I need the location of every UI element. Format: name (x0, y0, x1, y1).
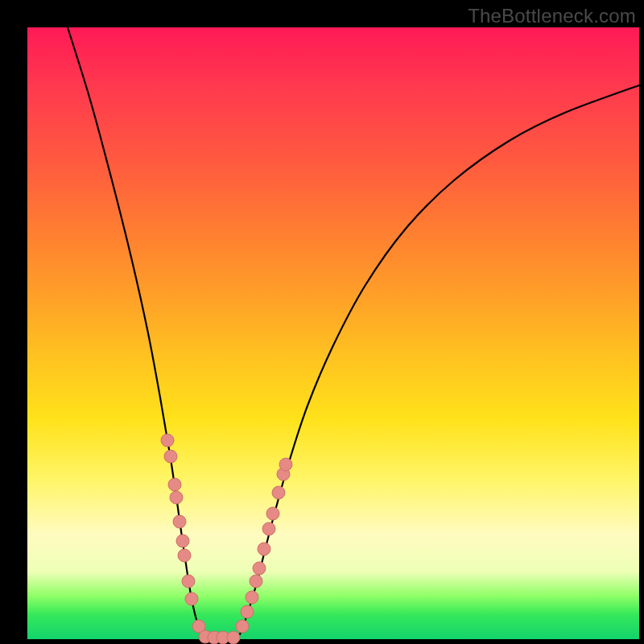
data-marker (182, 575, 195, 588)
bottleneck-curve (68, 27, 639, 639)
data-marker (168, 478, 181, 491)
data-marker (266, 507, 279, 520)
data-marker (176, 535, 189, 547)
data-marker (241, 605, 254, 618)
data-marker (272, 486, 285, 499)
plot-area (27, 27, 639, 639)
data-marker (164, 450, 177, 463)
data-marker (170, 491, 183, 504)
curve-svg (27, 27, 639, 639)
data-marker (246, 591, 258, 604)
data-marker (258, 543, 270, 555)
marker-group (161, 434, 292, 644)
data-marker (250, 575, 262, 588)
data-marker (279, 458, 292, 471)
data-marker (185, 592, 198, 605)
watermark-text: TheBottleneck.com (468, 5, 636, 27)
frame: TheBottleneck.com (0, 0, 644, 644)
data-marker (236, 620, 249, 633)
data-marker (178, 549, 191, 562)
data-marker (227, 631, 240, 644)
data-marker (262, 522, 275, 535)
data-marker (173, 515, 186, 528)
data-marker (253, 562, 266, 575)
data-marker (161, 434, 174, 447)
